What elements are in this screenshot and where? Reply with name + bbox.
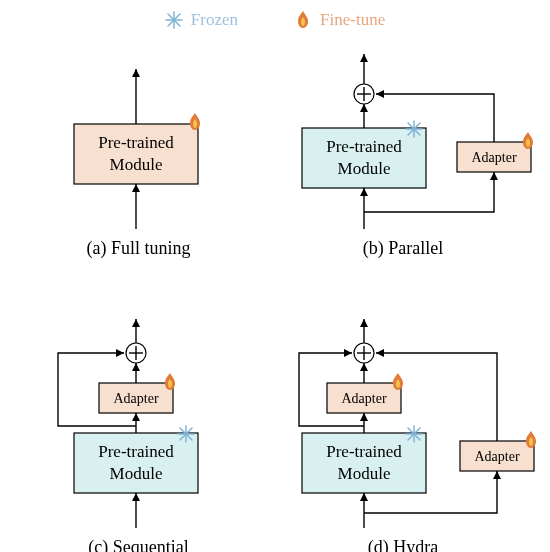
adapter-box: Adapter [457, 142, 531, 172]
add-node-icon [126, 343, 146, 363]
pretrained-module-box: Pre-trained Module [302, 128, 426, 188]
adapter-label: Adapter [474, 449, 519, 464]
pretrained-line1: Pre-trained [98, 133, 174, 152]
panel-c-caption: (c) Sequential [16, 537, 261, 552]
flame-icon [190, 113, 200, 130]
adapter-label: Adapter [471, 150, 516, 165]
pretrained-line1: Pre-trained [326, 137, 402, 156]
snowflake-icon [178, 426, 194, 442]
panel-c: Adapter Pre-trained Module (c) Sequentia… [16, 303, 261, 552]
flame-icon [165, 373, 175, 390]
adapter-label: Adapter [341, 391, 386, 406]
panel-a-svg: Pre-trained Module [16, 34, 261, 234]
legend-frozen-label: Frozen [191, 10, 238, 30]
pretrained-module-box: Pre-trained Module [74, 124, 198, 184]
pretrained-line2: Module [110, 464, 163, 483]
panel-c-svg: Adapter Pre-trained Module [16, 303, 261, 533]
snowflake-icon [165, 11, 183, 29]
pretrained-module-box: Pre-trained Module [302, 433, 426, 493]
legend-frozen: Frozen [165, 10, 238, 30]
panel-a: Pre-trained Module (a) Full tuning [16, 34, 261, 289]
panel-d: Adapter Adapter Pre-trained Module (d) H… [269, 303, 537, 552]
panel-b-caption: (b) Parallel [269, 238, 537, 259]
panel-b: Pre-trained Module Adapter (b) Parallel [269, 34, 537, 289]
legend-finetune: Fine-tune [294, 10, 385, 30]
legend-finetune-label: Fine-tune [320, 10, 385, 30]
snowflake-icon [406, 121, 422, 137]
pretrained-line2: Module [338, 159, 391, 178]
adapter-box: Adapter [99, 383, 173, 413]
diagram-grid: Pre-trained Module (a) Full tuning Pre-t… [16, 34, 534, 552]
panel-d-caption: (d) Hydra [269, 537, 537, 552]
flame-icon [526, 431, 536, 448]
panel-a-caption: (a) Full tuning [16, 238, 261, 259]
adapter-box-sequential: Adapter [327, 383, 401, 413]
panel-b-svg: Pre-trained Module Adapter [269, 34, 537, 234]
add-node-icon [354, 84, 374, 104]
pretrained-module-box: Pre-trained Module [74, 433, 198, 493]
adapter-label: Adapter [113, 391, 158, 406]
panel-d-svg: Adapter Adapter Pre-trained Module [269, 303, 537, 533]
pretrained-line2: Module [110, 155, 163, 174]
pretrained-line1: Pre-trained [326, 442, 402, 461]
add-node-icon [354, 343, 374, 363]
flame-icon [294, 10, 312, 30]
flame-icon [393, 373, 403, 390]
legend: Frozen Fine-tune [16, 10, 534, 30]
adapter-box-parallel: Adapter [460, 441, 534, 471]
snowflake-icon [406, 426, 422, 442]
flame-icon [523, 132, 533, 149]
pretrained-line1: Pre-trained [98, 442, 174, 461]
pretrained-line2: Module [338, 464, 391, 483]
